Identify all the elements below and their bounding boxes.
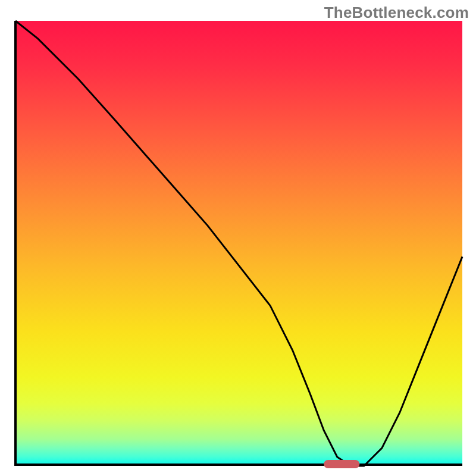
plot-area	[15, 21, 462, 466]
chart-container: TheBottleneck.com	[0, 0, 476, 476]
chart-svg	[15, 21, 462, 466]
bottleneck-curve	[15, 21, 462, 466]
optimal-marker	[324, 460, 359, 468]
watermark-text: TheBottleneck.com	[324, 4, 469, 22]
